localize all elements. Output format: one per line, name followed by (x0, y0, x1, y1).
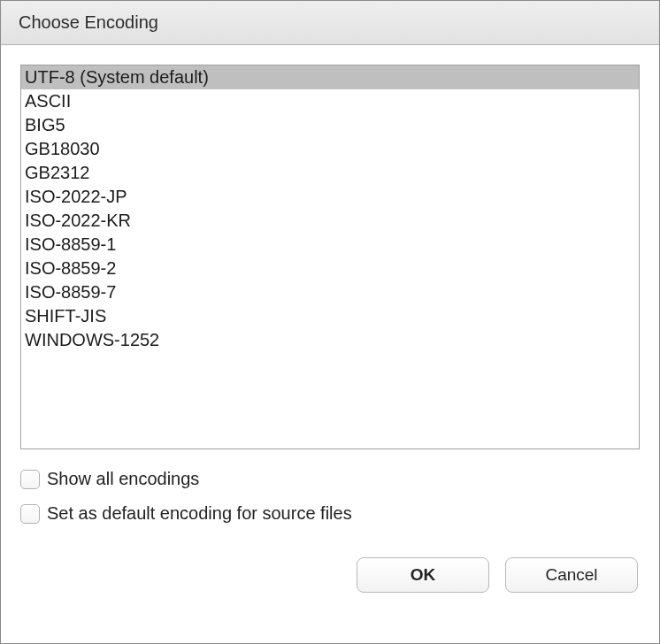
cancel-button[interactable]: Cancel (505, 557, 638, 593)
list-item[interactable]: ISO-2022-KR (21, 209, 639, 233)
dialog-button-row: OK Cancel (20, 557, 640, 593)
show-all-encodings-label: Show all encodings (47, 469, 199, 489)
set-default-encoding-label: Set as default encoding for source files (47, 503, 352, 524)
ok-button-label: OK (411, 565, 436, 585)
show-all-encodings-row[interactable]: Show all encodings (20, 469, 640, 489)
list-item[interactable]: ASCII (21, 89, 639, 113)
list-item[interactable]: UTF-8 (System default) (21, 65, 639, 89)
list-item[interactable]: ISO-8859-7 (21, 280, 639, 304)
list-item[interactable]: ISO-8859-1 (21, 233, 639, 257)
choose-encoding-dialog: Choose Encoding UTF-8 (System default)AS… (0, 0, 660, 644)
cancel-button-label: Cancel (545, 565, 597, 585)
ok-button[interactable]: OK (357, 557, 489, 593)
list-item[interactable]: GB18030 (21, 137, 639, 161)
show-all-encodings-checkbox[interactable] (20, 470, 40, 489)
list-item[interactable]: WINDOWS-1252 (21, 328, 639, 352)
encoding-listbox[interactable]: UTF-8 (System default)ASCIIBIG5GB18030GB… (20, 65, 640, 449)
set-default-encoding-row[interactable]: Set as default encoding for source files (20, 503, 640, 524)
dialog-content: UTF-8 (System default)ASCIIBIG5GB18030GB… (1, 45, 659, 643)
dialog-title: Choose Encoding (19, 12, 158, 33)
list-item[interactable]: ISO-8859-2 (21, 257, 639, 280)
dialog-titlebar: Choose Encoding (1, 1, 659, 45)
list-item[interactable]: BIG5 (21, 113, 639, 137)
list-item[interactable]: GB2312 (21, 161, 639, 185)
list-item[interactable]: ISO-2022-JP (21, 185, 639, 209)
set-default-encoding-checkbox[interactable] (20, 504, 40, 524)
list-item[interactable]: SHIFT-JIS (21, 304, 639, 328)
